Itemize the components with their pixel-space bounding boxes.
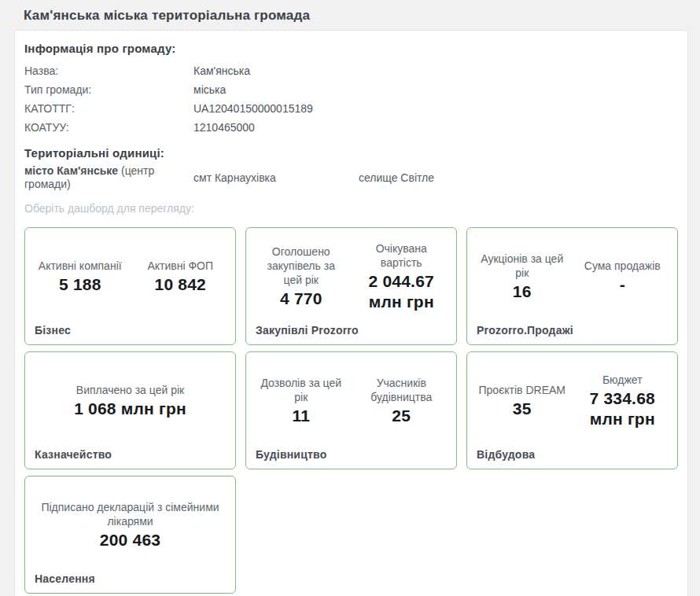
info-value: міська	[193, 83, 678, 96]
stat: Проєктів DREAM35	[472, 383, 573, 419]
card-stats: Аукціонів за цей рік16Сума продажів-	[472, 236, 672, 318]
stat-value: 16	[478, 281, 566, 302]
territorial-units-row: місто Кам'янське (центр громади) смт Кар…	[24, 164, 678, 191]
stat-label: Оголошено закупівель за цей рік	[257, 245, 345, 288]
card-stats: Активні компанії5 188Активні ФОП10 842	[30, 236, 230, 318]
stat: Підписано декларацій з сімейними лікарям…	[30, 500, 230, 551]
card-stats: Виплачено за цей рік1 068 млн грн	[30, 360, 230, 442]
stat: Учасників будівництва25	[352, 376, 452, 427]
info-label: КАТОТТГ:	[24, 102, 193, 115]
info-row-katottg: КАТОТТГ: UA12040150000015189	[24, 102, 678, 115]
card-title: Закупівлі Prozorro	[256, 324, 359, 337]
territorial-unit: селище Світле	[359, 171, 678, 185]
stat: Дозволів за цей рік11	[251, 376, 352, 427]
stat-label: Дозволів за цей рік	[257, 376, 345, 404]
page-title: Кам'янська міська територіальна громада	[0, 0, 700, 24]
card-title: Будівництво	[256, 448, 326, 461]
dashboard-card-3[interactable]: Аукціонів за цей рік16Сума продажів-Proz…	[466, 227, 678, 345]
stat-value: 11	[257, 406, 345, 426]
dashboard-grid: Активні компанії5 188Активні ФОП10 842Бі…	[24, 227, 678, 594]
dashboard-select-prompt: Оберіть дашборд для перегляду:	[24, 202, 678, 215]
stat: Активні ФОП10 842	[131, 259, 231, 295]
info-label: Тип громади:	[24, 83, 193, 96]
stat-label: Учасників будівництва	[358, 376, 446, 404]
stat-label: Сума продажів	[579, 259, 667, 273]
territorial-section-heading: Територіальні одиниці:	[24, 146, 678, 160]
card-title: Prozorro.Продажі	[477, 324, 573, 337]
stat-label: Активні компанії	[36, 259, 124, 273]
stat-label: Активні ФОП	[137, 259, 225, 273]
stat-label: Аукціонів за цей рік	[478, 252, 566, 280]
info-row-type: Тип громади: міська	[24, 83, 678, 96]
stat-value: 35	[478, 399, 566, 419]
stat-value: 2 044.67 млн грн	[358, 271, 446, 313]
info-section-heading: Інформація про громаду:	[24, 42, 678, 55]
territorial-unit: смт Карнаухівка	[193, 171, 359, 185]
dashboard-card-4[interactable]: Виплачено за цей рік1 068 млн грнКазначе…	[24, 351, 236, 469]
unit-name: місто Кам'янське	[24, 164, 118, 177]
info-row-name: Назва: Кам'янська	[24, 64, 678, 77]
stat-label: Бюджет	[579, 373, 667, 387]
info-value: Кам'янська	[193, 64, 678, 77]
card-title: Казначейство	[35, 448, 112, 461]
card-title: Населення	[35, 572, 95, 585]
info-row-koatuu: КОАТУУ: 1210465000	[24, 121, 678, 134]
stat-value: 1 068 млн грн	[36, 399, 224, 419]
stat-value: 5 188	[36, 274, 124, 295]
dashboard-card-6[interactable]: Проєктів DREAM35Бюджет7 334.68 млн грнВі…	[466, 351, 678, 469]
stat: Виплачено за цей рік1 068 млн грн	[30, 383, 230, 419]
stat-value: 200 463	[36, 530, 224, 550]
card-stats: Оголошено закупівель за цей рік4 770Очік…	[251, 236, 451, 318]
stat-label: Виплачено за цей рік	[36, 383, 224, 397]
dashboard-card-1[interactable]: Активні компанії5 188Активні ФОП10 842Бі…	[24, 227, 236, 345]
card-stats: Проєктів DREAM35Бюджет7 334.68 млн грн	[472, 360, 672, 442]
unit-name: селище Світле	[359, 171, 434, 184]
stat: Аукціонів за цей рік16	[472, 252, 573, 303]
stat: Очікувана вартість2 044.67 млн грн	[352, 241, 452, 313]
card-title: Бізнес	[35, 324, 71, 337]
territorial-unit-center: місто Кам'янське (центр громади)	[24, 164, 193, 191]
unit-name: смт Карнаухівка	[193, 171, 276, 184]
stat-value: 4 770	[257, 289, 345, 309]
card-stats: Підписано декларацій з сімейними лікарям…	[30, 484, 230, 566]
stat: Активні компанії5 188	[30, 259, 131, 295]
dashboard-card-2[interactable]: Оголошено закупівель за цей рік4 770Очік…	[245, 227, 457, 345]
stat-value: 10 842	[137, 274, 225, 295]
info-value: 1210465000	[193, 121, 678, 134]
info-label: Назва:	[24, 64, 193, 77]
info-label: КОАТУУ:	[24, 121, 193, 134]
stat-label: Очікувана вартість	[358, 241, 446, 270]
info-rows: Назва: Кам'янська Тип громади: міська КА…	[24, 64, 678, 134]
dashboard-card-7[interactable]: Підписано декларацій з сімейними лікарям…	[24, 476, 236, 594]
stat-value: 25	[358, 406, 446, 426]
stat-label: Проєктів DREAM	[478, 383, 566, 397]
dashboard-card-5[interactable]: Дозволів за цей рік11Учасників будівницт…	[245, 351, 457, 469]
card-stats: Дозволів за цей рік11Учасників будівницт…	[251, 360, 451, 442]
stat-value: -	[579, 274, 667, 295]
stat-label: Підписано декларацій з сімейними лікарям…	[36, 500, 224, 528]
stat: Бюджет7 334.68 млн грн	[573, 373, 673, 430]
community-info-panel: Інформація про громаду: Назва: Кам'янськ…	[14, 30, 688, 596]
card-title: Відбудова	[477, 448, 535, 461]
stat: Оголошено закупівель за цей рік4 770	[251, 245, 352, 310]
info-value: UA12040150000015189	[193, 102, 678, 115]
stat: Сума продажів-	[573, 259, 673, 295]
stat-value: 7 334.68 млн грн	[579, 388, 667, 430]
